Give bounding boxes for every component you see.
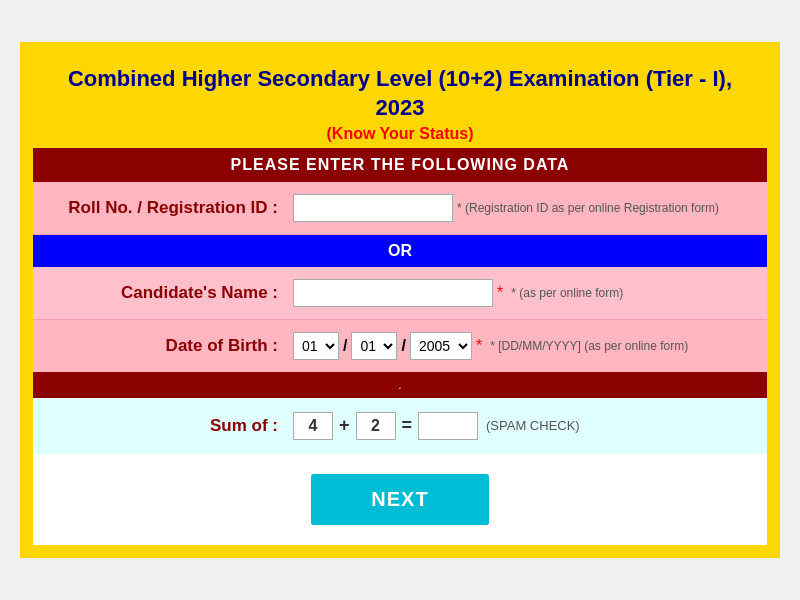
dob-sep1: / bbox=[343, 337, 347, 355]
dob-row: Date of Birth : 010203040506070809101112… bbox=[33, 320, 767, 372]
divider-row: . bbox=[33, 372, 767, 398]
next-button[interactable]: NEXT bbox=[311, 474, 488, 525]
btn-row: NEXT bbox=[33, 454, 767, 545]
candidate-label: Candidate's Name : bbox=[53, 283, 293, 303]
divider-dot: . bbox=[398, 378, 401, 392]
dob-day-select[interactable]: 0102030405060708091011121314151617181920… bbox=[293, 332, 339, 360]
outer-container: Combined Higher Secondary Level (10+2) E… bbox=[20, 42, 780, 557]
dob-month-select[interactable]: 010203040506070809101112 bbox=[351, 332, 397, 360]
candidate-required: * bbox=[497, 284, 503, 302]
dob-required: * bbox=[476, 337, 482, 355]
spam-plus: + bbox=[339, 415, 350, 436]
candidate-hint: * (as per online form) bbox=[511, 286, 623, 300]
title-section: Combined Higher Secondary Level (10+2) E… bbox=[33, 55, 767, 147]
roll-hint: * (Registration ID as per online Registr… bbox=[457, 201, 719, 215]
or-bar: OR bbox=[33, 235, 767, 267]
spam-num2: 2 bbox=[356, 412, 396, 440]
dob-year-select[interactable]: 1990199119921993199419951996199719981999… bbox=[410, 332, 472, 360]
dob-sep2: / bbox=[401, 337, 405, 355]
dob-hint: * [DD/MM/YYYY] (as per online form) bbox=[490, 339, 688, 353]
spam-equals: = bbox=[402, 415, 413, 436]
title-subtitle: (Know Your Status) bbox=[48, 125, 752, 143]
spam-answer-input[interactable] bbox=[418, 412, 478, 440]
roll-label: Roll No. / Registration ID : bbox=[53, 198, 293, 218]
spam-check-label: (SPAM CHECK) bbox=[486, 418, 580, 433]
dob-label: Date of Birth : bbox=[53, 336, 293, 356]
candidate-input[interactable] bbox=[293, 279, 493, 307]
roll-row: Roll No. / Registration ID : * (Registra… bbox=[33, 182, 767, 235]
title-main: Combined Higher Secondary Level (10+2) E… bbox=[48, 65, 752, 122]
candidate-row: Candidate's Name : * * (as per online fo… bbox=[33, 267, 767, 320]
title-line2: 2023 bbox=[376, 95, 425, 120]
spam-row: Sum of : 4 + 2 = (SPAM CHECK) bbox=[33, 398, 767, 454]
inner-container: Combined Higher Secondary Level (10+2) E… bbox=[31, 53, 769, 546]
spam-label: Sum of : bbox=[53, 416, 293, 436]
spam-num1: 4 bbox=[293, 412, 333, 440]
section-header: PLEASE ENTER THE FOLLOWING DATA bbox=[33, 148, 767, 182]
roll-input[interactable] bbox=[293, 194, 453, 222]
title-line1: Combined Higher Secondary Level (10+2) E… bbox=[68, 66, 732, 91]
